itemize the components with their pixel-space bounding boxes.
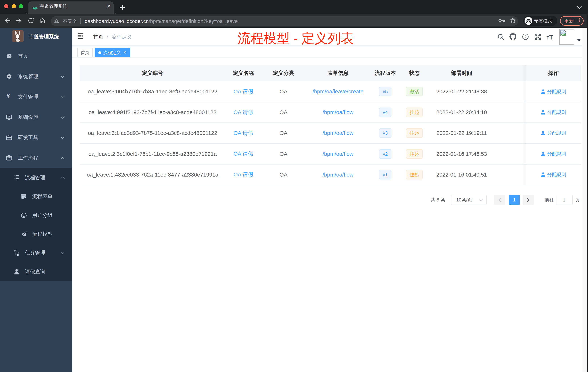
svg-text:?: ?	[524, 34, 527, 39]
